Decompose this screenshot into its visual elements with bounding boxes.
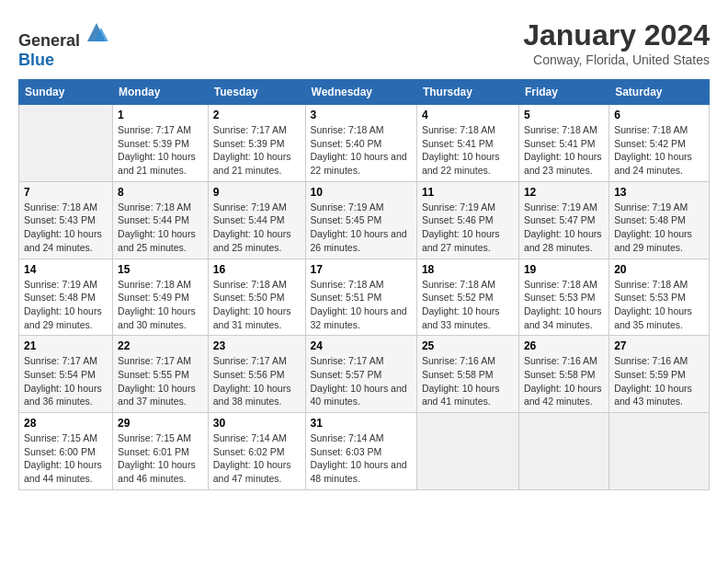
day-number: 10 — [311, 186, 412, 199]
calendar-week-row: 1Sunrise: 7:17 AM Sunset: 5:39 PM Daylig… — [19, 105, 710, 182]
calendar-cell: 12Sunrise: 7:19 AM Sunset: 5:47 PM Dayli… — [518, 181, 609, 259]
calendar-cell — [609, 413, 710, 490]
day-number: 29 — [118, 417, 203, 430]
day-number: 30 — [213, 417, 301, 430]
day-info: Sunrise: 7:18 AM Sunset: 5:40 PM Dayligh… — [311, 123, 412, 178]
day-info: Sunrise: 7:18 AM Sunset: 5:43 PM Dayligh… — [24, 201, 108, 255]
day-number: 11 — [422, 186, 514, 199]
day-number: 17 — [311, 263, 412, 276]
day-info: Sunrise: 7:18 AM Sunset: 5:52 PM Dayligh… — [422, 278, 514, 332]
calendar-cell: 11Sunrise: 7:19 AM Sunset: 5:46 PM Dayli… — [416, 181, 518, 259]
calendar-header-saturday: Saturday — [609, 80, 710, 105]
calendar-header-sunday: Sunday — [19, 80, 113, 105]
calendar-header-tuesday: Tuesday — [208, 80, 305, 105]
calendar-cell: 16Sunrise: 7:18 AM Sunset: 5:50 PM Dayli… — [208, 259, 305, 336]
day-number: 8 — [118, 186, 203, 199]
calendar-cell: 21Sunrise: 7:17 AM Sunset: 5:54 PM Dayli… — [19, 336, 113, 413]
calendar-header-monday: Monday — [113, 80, 209, 105]
day-info: Sunrise: 7:18 AM Sunset: 5:49 PM Dayligh… — [118, 278, 203, 332]
calendar-cell: 2Sunrise: 7:17 AM Sunset: 5:39 PM Daylig… — [208, 105, 305, 182]
day-number: 1 — [118, 109, 203, 121]
calendar-cell: 28Sunrise: 7:15 AM Sunset: 6:00 PM Dayli… — [19, 413, 113, 490]
day-number: 28 — [24, 417, 108, 430]
logo-text-general: General — [18, 31, 80, 50]
day-info: Sunrise: 7:15 AM Sunset: 6:01 PM Dayligh… — [118, 431, 203, 486]
day-info: Sunrise: 7:16 AM Sunset: 5:58 PM Dayligh… — [524, 354, 604, 408]
calendar-cell: 23Sunrise: 7:17 AM Sunset: 5:56 PM Dayli… — [208, 336, 305, 413]
day-number: 25 — [422, 339, 514, 352]
day-info: Sunrise: 7:19 AM Sunset: 5:44 PM Dayligh… — [213, 201, 301, 255]
day-info: Sunrise: 7:18 AM Sunset: 5:53 PM Dayligh… — [614, 278, 704, 332]
calendar-cell — [416, 413, 518, 490]
day-number: 14 — [24, 263, 108, 276]
calendar-cell: 24Sunrise: 7:17 AM Sunset: 5:57 PM Dayli… — [305, 336, 416, 413]
main-title: January 2024 — [523, 18, 710, 52]
calendar-cell: 27Sunrise: 7:16 AM Sunset: 5:59 PM Dayli… — [609, 336, 710, 413]
day-number: 9 — [213, 186, 301, 199]
calendar-week-row: 28Sunrise: 7:15 AM Sunset: 6:00 PM Dayli… — [19, 413, 710, 490]
calendar-cell: 1Sunrise: 7:17 AM Sunset: 5:39 PM Daylig… — [113, 105, 209, 182]
day-number: 26 — [524, 339, 604, 352]
day-number: 20 — [614, 263, 704, 276]
logo-icon — [83, 18, 110, 46]
calendar-body: 1Sunrise: 7:17 AM Sunset: 5:39 PM Daylig… — [19, 105, 710, 490]
day-number: 23 — [213, 339, 301, 352]
day-info: Sunrise: 7:18 AM Sunset: 5:42 PM Dayligh… — [614, 123, 704, 178]
day-info: Sunrise: 7:19 AM Sunset: 5:46 PM Dayligh… — [422, 201, 514, 255]
day-number: 6 — [614, 109, 704, 121]
calendar-cell: 22Sunrise: 7:17 AM Sunset: 5:55 PM Dayli… — [113, 336, 209, 413]
day-number: 3 — [311, 109, 412, 121]
day-number: 18 — [422, 263, 514, 276]
calendar-cell: 6Sunrise: 7:18 AM Sunset: 5:42 PM Daylig… — [609, 105, 710, 182]
calendar-header-friday: Friday — [518, 80, 609, 105]
day-info: Sunrise: 7:18 AM Sunset: 5:50 PM Dayligh… — [213, 278, 301, 332]
calendar-cell: 29Sunrise: 7:15 AM Sunset: 6:01 PM Dayli… — [113, 413, 209, 490]
day-number: 4 — [422, 109, 514, 121]
day-info: Sunrise: 7:18 AM Sunset: 5:53 PM Dayligh… — [524, 278, 604, 332]
day-number: 7 — [24, 186, 108, 199]
day-number: 21 — [24, 339, 108, 352]
day-info: Sunrise: 7:17 AM Sunset: 5:54 PM Dayligh… — [24, 354, 108, 408]
logo-text-blue: Blue — [18, 51, 54, 69]
day-number: 16 — [213, 263, 301, 276]
calendar-week-row: 14Sunrise: 7:19 AM Sunset: 5:48 PM Dayli… — [19, 259, 710, 336]
day-number: 15 — [118, 263, 203, 276]
day-number: 22 — [118, 339, 203, 352]
day-number: 12 — [524, 186, 604, 199]
day-info: Sunrise: 7:18 AM Sunset: 5:44 PM Dayligh… — [118, 201, 203, 255]
calendar-cell: 15Sunrise: 7:18 AM Sunset: 5:49 PM Dayli… — [113, 259, 209, 336]
day-info: Sunrise: 7:19 AM Sunset: 5:48 PM Dayligh… — [24, 278, 108, 332]
calendar-week-row: 21Sunrise: 7:17 AM Sunset: 5:54 PM Dayli… — [19, 336, 710, 413]
calendar-cell: 4Sunrise: 7:18 AM Sunset: 5:41 PM Daylig… — [416, 105, 518, 182]
calendar-cell: 7Sunrise: 7:18 AM Sunset: 5:43 PM Daylig… — [19, 181, 113, 259]
calendar-cell: 13Sunrise: 7:19 AM Sunset: 5:48 PM Dayli… — [609, 181, 710, 259]
calendar-cell: 8Sunrise: 7:18 AM Sunset: 5:44 PM Daylig… — [113, 181, 209, 259]
day-number: 2 — [213, 109, 301, 121]
logo: General Blue — [18, 18, 110, 70]
day-info: Sunrise: 7:17 AM Sunset: 5:39 PM Dayligh… — [213, 123, 301, 178]
day-info: Sunrise: 7:14 AM Sunset: 6:02 PM Dayligh… — [213, 431, 301, 486]
calendar-cell: 20Sunrise: 7:18 AM Sunset: 5:53 PM Dayli… — [609, 259, 710, 336]
day-info: Sunrise: 7:19 AM Sunset: 5:47 PM Dayligh… — [524, 201, 604, 255]
calendar-table: SundayMondayTuesdayWednesdayThursdayFrid… — [18, 79, 710, 490]
calendar-cell: 25Sunrise: 7:16 AM Sunset: 5:58 PM Dayli… — [416, 336, 518, 413]
day-info: Sunrise: 7:18 AM Sunset: 5:41 PM Dayligh… — [422, 123, 514, 178]
calendar-cell: 31Sunrise: 7:14 AM Sunset: 6:03 PM Dayli… — [305, 413, 416, 490]
subtitle: Conway, Florida, United States — [523, 52, 710, 67]
day-info: Sunrise: 7:16 AM Sunset: 5:58 PM Dayligh… — [422, 354, 514, 408]
day-number: 13 — [614, 186, 704, 199]
calendar-cell: 9Sunrise: 7:19 AM Sunset: 5:44 PM Daylig… — [208, 181, 305, 259]
calendar-cell: 18Sunrise: 7:18 AM Sunset: 5:52 PM Dayli… — [416, 259, 518, 336]
day-number: 19 — [524, 263, 604, 276]
day-info: Sunrise: 7:17 AM Sunset: 5:57 PM Dayligh… — [311, 354, 412, 408]
day-info: Sunrise: 7:14 AM Sunset: 6:03 PM Dayligh… — [311, 431, 412, 486]
calendar-header-wednesday: Wednesday — [305, 80, 416, 105]
calendar-header-thursday: Thursday — [416, 80, 518, 105]
title-area: January 2024 Conway, Florida, United Sta… — [523, 18, 710, 67]
header: General Blue January 2024 Conway, Florid… — [18, 18, 710, 70]
calendar-cell: 5Sunrise: 7:18 AM Sunset: 5:41 PM Daylig… — [518, 105, 609, 182]
calendar-cell — [19, 105, 113, 182]
calendar-week-row: 7Sunrise: 7:18 AM Sunset: 5:43 PM Daylig… — [19, 181, 710, 259]
day-info: Sunrise: 7:19 AM Sunset: 5:48 PM Dayligh… — [614, 201, 704, 255]
calendar-cell: 19Sunrise: 7:18 AM Sunset: 5:53 PM Dayli… — [518, 259, 609, 336]
